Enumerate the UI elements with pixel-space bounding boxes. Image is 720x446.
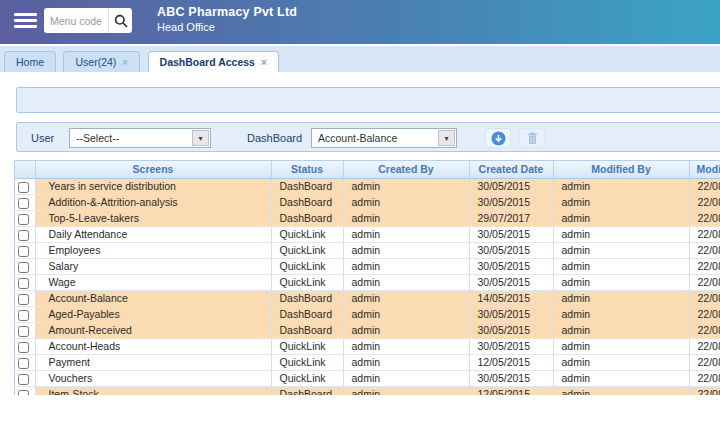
tab-user[interactable]: User(24)× [63, 51, 140, 72]
cell-status: QuickLink [271, 370, 343, 386]
cell-modified_date: 22/08/20 [689, 354, 720, 370]
trash-icon [527, 132, 538, 145]
cell-screen: Account-Balance [35, 290, 271, 306]
app-header: ABC Pharmacy Pvt Ltd Head Office [0, 0, 720, 44]
cell-modified_by: admin [553, 290, 689, 306]
row-checkbox[interactable] [18, 214, 29, 225]
user-label: User [31, 132, 54, 144]
row-checkbox[interactable] [18, 342, 29, 353]
cell-status: QuickLink [271, 258, 343, 274]
hamburger-menu-icon[interactable] [14, 13, 37, 29]
cell-status: QuickLink [271, 338, 343, 354]
cell-modified_by: admin [553, 322, 689, 338]
row-checkbox-cell [15, 226, 35, 242]
row-checkbox-cell [15, 354, 35, 370]
cell-screen: Wage [35, 274, 271, 290]
row-checkbox-cell [15, 210, 35, 226]
cell-modified_date: 22/08/20 [689, 258, 720, 274]
row-checkbox[interactable] [18, 262, 29, 273]
table-row: Account-BalanceDashBoardadmin14/05/2015a… [15, 290, 720, 306]
row-checkbox-cell [15, 290, 35, 306]
cell-modified_by: admin [553, 274, 689, 290]
tab-label: User(24) [75, 56, 116, 68]
cell-modified_by: admin [553, 354, 689, 370]
cell-status: QuickLink [271, 242, 343, 258]
dashboard-select[interactable]: Account-Balance ▾ [311, 128, 457, 148]
cell-created_date: 30/05/2015 [469, 178, 553, 194]
table-body: Years in service distributionDashBoardad… [15, 178, 720, 395]
close-icon[interactable]: × [122, 57, 128, 68]
screens-grid: Screens Status Created By Created Date M… [14, 160, 720, 395]
cell-screen: Item-Stock [35, 386, 271, 395]
row-checkbox[interactable] [18, 390, 29, 395]
row-checkbox[interactable] [18, 182, 29, 193]
cell-created_by: admin [343, 338, 469, 354]
row-checkbox[interactable] [18, 230, 29, 241]
cell-status: QuickLink [271, 226, 343, 242]
row-checkbox[interactable] [18, 278, 29, 289]
cell-created_by: admin [343, 354, 469, 370]
header-created-by[interactable]: Created By [343, 161, 469, 178]
cell-created_by: admin [343, 194, 469, 210]
cell-screen: Account-Heads [35, 338, 271, 354]
header-screens[interactable]: Screens [35, 161, 271, 178]
row-checkbox[interactable] [18, 310, 29, 321]
cell-created_by: admin [343, 226, 469, 242]
cell-modified_date: 22/08/20 [689, 274, 720, 290]
cell-modified_date: 22/08/20 [689, 242, 720, 258]
header-modified-by[interactable]: Modified By [553, 161, 689, 178]
cell-status: DashBoard [271, 386, 343, 395]
row-checkbox[interactable] [18, 294, 29, 305]
row-checkbox[interactable] [18, 374, 29, 385]
empty-toolbar-panel [16, 87, 720, 113]
table-row: VouchersQuickLinkadmin30/05/2015admin22/… [15, 370, 720, 386]
cell-modified_date: 22/08/20 [689, 290, 720, 306]
cell-screen: Top-5-Leave-takers [35, 210, 271, 226]
cell-created_date: 30/05/2015 [469, 194, 553, 210]
row-checkbox-cell [15, 306, 35, 322]
screens-table: Screens Status Created By Created Date M… [15, 161, 720, 395]
cell-screen: Addition-&-Attrition-analysis [35, 194, 271, 210]
delete-button[interactable] [519, 128, 545, 148]
cell-modified_by: admin [553, 306, 689, 322]
row-checkbox-cell [15, 242, 35, 258]
header-modified-date[interactable]: Modified Date [689, 161, 720, 178]
row-checkbox[interactable] [18, 246, 29, 257]
cell-modified_date: 22/08/20 [689, 194, 720, 210]
tab-home[interactable]: Home [4, 51, 56, 72]
cell-modified_by: admin [553, 210, 689, 226]
save-button[interactable] [485, 128, 511, 148]
cell-modified_by: admin [553, 178, 689, 194]
user-select[interactable]: --Select-- ▾ [69, 128, 211, 148]
cell-screen: Payment [35, 354, 271, 370]
row-checkbox[interactable] [18, 198, 29, 209]
cell-created_by: admin [343, 178, 469, 194]
cell-created_date: 30/05/2015 [469, 338, 553, 354]
cell-modified_date: 22/08/20 [689, 226, 720, 242]
row-checkbox-cell [15, 178, 35, 194]
cell-modified_by: admin [553, 386, 689, 395]
dashboard-select-value: Account-Balance [318, 132, 397, 144]
cell-screen: Daily Attendance [35, 226, 271, 242]
close-icon[interactable]: × [261, 57, 267, 68]
cell-status: QuickLink [271, 354, 343, 370]
chevron-down-icon: ▾ [192, 130, 209, 146]
cell-modified_date: 22/08/20 [689, 386, 720, 395]
header-created-date[interactable]: Created Date [469, 161, 553, 178]
cell-modified_date: 22/08/20 [689, 306, 720, 322]
cell-created_date: 12/05/2015 [469, 354, 553, 370]
table-row: Daily AttendanceQuickLinkadmin30/05/2015… [15, 226, 720, 242]
table-row: WageQuickLinkadmin30/05/2015admin22/08/2… [15, 274, 720, 290]
user-select-value: --Select-- [76, 132, 119, 144]
cell-status: DashBoard [271, 194, 343, 210]
header-status[interactable]: Status [271, 161, 343, 178]
search-icon [114, 14, 128, 28]
tab-dashboard-access[interactable]: DashBoard Access× [148, 51, 279, 72]
tab-label: Home [16, 56, 44, 68]
menu-code-input[interactable] [44, 8, 108, 33]
search-button[interactable] [108, 8, 132, 33]
row-checkbox[interactable] [18, 358, 29, 369]
cell-created_date: 30/05/2015 [469, 258, 553, 274]
cell-created_date: 30/05/2015 [469, 370, 553, 386]
row-checkbox[interactable] [18, 326, 29, 337]
